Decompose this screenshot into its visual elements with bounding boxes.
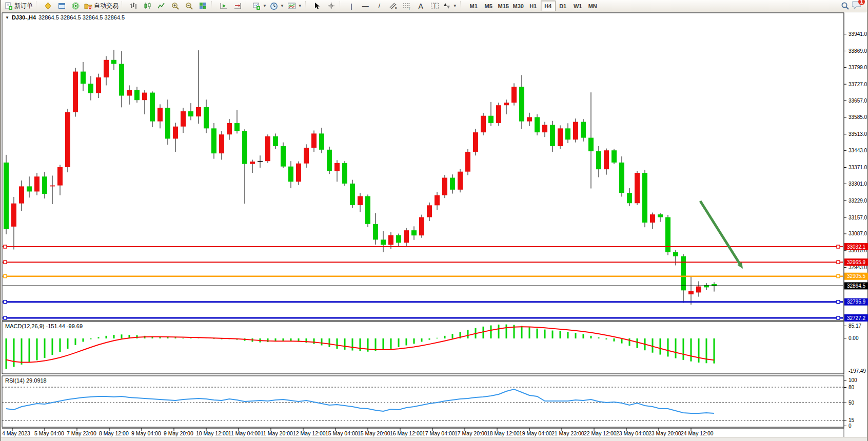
candle-body (4, 163, 9, 229)
timeframe-button-H1[interactable]: H1 (526, 1, 541, 11)
timeframe-button-M30[interactable]: M30 (511, 1, 526, 11)
zoom-in-button[interactable] (168, 1, 182, 11)
signal-icon (72, 2, 80, 10)
axis-label: 33229.0 (849, 198, 867, 204)
new-chart-button[interactable]: ▼ (251, 1, 268, 11)
chart-title: ▼ DJ30-,H4 32864.5 32864.5 32864.5 32864… (5, 14, 125, 21)
axis-label: 11 May 04:00 (228, 430, 261, 436)
candle-body (419, 217, 424, 236)
fibonacci-button[interactable]: F (400, 1, 414, 11)
candle-body (96, 77, 101, 93)
separator (305, 2, 309, 10)
candle-body (535, 117, 540, 132)
horizontal-line-icon: — (362, 3, 369, 9)
timeframe-button-M1[interactable]: M1 (466, 1, 481, 11)
candle-body (327, 150, 332, 171)
candle-body (181, 111, 186, 127)
axis-label: 33301.0 (849, 181, 867, 187)
search-button[interactable] (838, 1, 852, 11)
window-bottom-edge (1, 437, 867, 441)
candle-body (650, 214, 655, 223)
profiles-button[interactable] (55, 1, 69, 11)
text-button[interactable]: A (414, 1, 428, 11)
crosshair-button[interactable] (324, 1, 338, 11)
arrows-button[interactable]: ▼ (442, 1, 459, 11)
axis-label: 11 May 20:00 (261, 430, 293, 436)
rsi-value: 29.0918 (26, 377, 47, 384)
timeframe-button-M15[interactable]: M15 (496, 1, 511, 11)
candle-body (427, 205, 432, 217)
autotrade-button[interactable]: 自动交易 (83, 1, 120, 11)
panel-border-2 (2, 376, 844, 427)
line-handle[interactable] (4, 316, 7, 319)
axis-label: 33799.0 (849, 65, 867, 70)
periods-button[interactable]: ▼ (268, 1, 286, 11)
line-handle[interactable] (837, 316, 840, 319)
axis-label: 17 May 20:00 (455, 430, 487, 436)
axis-label: 33727.0 (849, 82, 867, 87)
cursor-button[interactable] (310, 1, 324, 11)
chart-symbol-period: DJ30-,H4 (12, 14, 36, 21)
vertical-line-button[interactable]: | (345, 1, 359, 11)
zoom-out-button[interactable] (182, 1, 196, 11)
new-order-label: 新订单 (14, 2, 33, 10)
rsi-label: RSI(14) 29.0918 (5, 377, 47, 384)
line-handle[interactable] (837, 260, 840, 264)
candle-body (319, 133, 324, 149)
candle-body (365, 196, 370, 224)
timeframe-button-MN[interactable]: MN (585, 1, 600, 11)
chat-button[interactable]: 1 (852, 1, 862, 11)
candle-body (396, 235, 401, 243)
timeframe-button-D1[interactable]: D1 (556, 1, 570, 11)
window-menu-icon[interactable]: ▼ (5, 15, 9, 20)
candle-body (673, 252, 678, 256)
signal-button[interactable] (69, 1, 83, 11)
line-handle[interactable] (4, 300, 7, 304)
line-chart-icon (157, 2, 165, 10)
horizontal-line-button[interactable]: — (359, 1, 372, 11)
candle-body (635, 173, 640, 203)
candle-body (696, 287, 701, 293)
timeframe-button-M5[interactable]: M5 (481, 1, 496, 11)
line-handle[interactable] (837, 300, 840, 304)
candle-body (227, 123, 232, 134)
trendline-button[interactable]: / (372, 1, 386, 11)
timeframe-button-W1[interactable]: W1 (570, 1, 585, 11)
axis-label: 33941.0 (849, 31, 867, 37)
bar-chart-button[interactable] (127, 1, 141, 11)
styles-button[interactable] (41, 1, 55, 11)
text-label-button[interactable]: T (428, 1, 442, 11)
candle-body (488, 116, 494, 123)
line-handle[interactable] (4, 260, 7, 264)
channel-button[interactable]: E (386, 1, 400, 11)
chart-canvas[interactable]: 33941.033869.033799.033727.033657.033585… (1, 0, 868, 441)
line-handle[interactable] (837, 245, 840, 248)
candle-body (42, 176, 47, 194)
line-handle[interactable] (4, 275, 7, 278)
templates-button[interactable]: ▼ (286, 1, 304, 11)
candle-body (88, 84, 93, 93)
axis-label: 15 (849, 417, 855, 423)
new-order-button[interactable]: 新订单 (3, 1, 34, 11)
axis-label: 7 May 23:00 (67, 430, 96, 436)
auto-scroll-button[interactable] (216, 1, 230, 11)
candle-body (411, 230, 417, 235)
line-handle[interactable] (837, 275, 840, 278)
candle-body (519, 87, 524, 121)
axis-label: 4 May 2023 (2, 430, 30, 436)
mt4-window: { "toolbar": { "new_order_label": "新订单",… (0, 0, 868, 441)
line-chart-button[interactable] (154, 1, 168, 11)
timeframe-button-H4[interactable]: H4 (541, 1, 556, 11)
vertical-line-icon: | (351, 3, 352, 9)
panel-border-0 (2, 13, 844, 320)
separator (460, 2, 464, 10)
tile-windows-button[interactable] (196, 1, 210, 11)
candlestick-chart-button[interactable] (141, 1, 154, 11)
candle-body (611, 150, 617, 163)
candle-body (334, 163, 340, 171)
axis-label: 33443.0 (849, 148, 867, 153)
axis-label: 50 (849, 400, 855, 406)
line-handle[interactable] (4, 245, 7, 248)
chart-shift-button[interactable] (230, 1, 244, 11)
candle-body (165, 108, 170, 138)
